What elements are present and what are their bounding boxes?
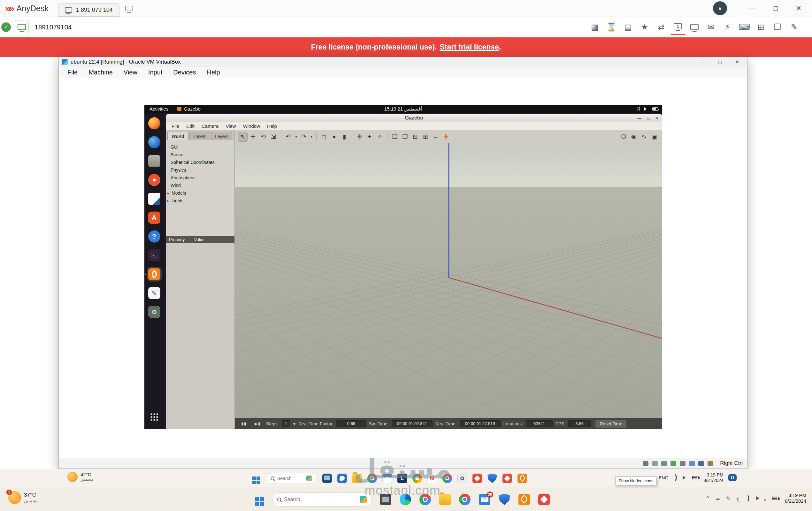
apps-icon[interactable]: ⊞ [754, 19, 768, 35]
vbox-close-button[interactable]: ✕ [729, 57, 746, 67]
scale-tool[interactable]: ⇲ [269, 132, 278, 142]
anydesk-taskbar-icon[interactable] [472, 474, 482, 483]
gazebo-titlebar[interactable]: Gazebo — □ ✕ [166, 114, 662, 122]
onedrive-cloud-icon[interactable]: ☁ [715, 495, 720, 502]
paste-tool[interactable]: ❐ [400, 132, 410, 142]
optical-disc-icon[interactable] [652, 461, 658, 466]
dock-item-libreoffice-writer[interactable] [147, 192, 162, 206]
gz-minimize-button[interactable]: — [637, 116, 641, 120]
gz-close-button[interactable]: ✕ [656, 116, 659, 120]
pause-button[interactable]: ▮▮ [239, 422, 250, 426]
connection-settings-icon[interactable]: ▤ [621, 19, 635, 35]
app-grid-button[interactable] [147, 410, 162, 424]
undo-button[interactable]: ↶ [284, 132, 293, 142]
directional-light-tool[interactable]: ☀ [354, 132, 364, 142]
remote-address[interactable]: 1891079104 [34, 23, 72, 31]
network-adapter-icon[interactable] [670, 461, 676, 466]
tree-item-wind[interactable]: Wind [166, 181, 234, 189]
gz-menu-help[interactable]: Help [264, 123, 281, 129]
vbox-menu-help[interactable]: Help [201, 69, 225, 76]
dock-item-help[interactable]: ? [147, 229, 162, 244]
copy-tool[interactable]: ❏ [390, 132, 400, 142]
host-mail-icon[interactable]: 36 [479, 494, 490, 505]
maximize-button[interactable]: □ [765, 0, 786, 17]
steps-caret-icon[interactable]: ▾ [293, 421, 295, 426]
gz-menu-file[interactable]: File [168, 123, 183, 129]
host-speaker-icon[interactable] [756, 496, 761, 500]
session-tab[interactable]: 1 891 079 104 [58, 3, 119, 17]
translate-tool[interactable]: ✛ [248, 132, 258, 142]
camera-icon[interactable] [458, 474, 467, 483]
calendar-icon[interactable] [382, 474, 392, 483]
plot-tool[interactable]: ∿ [639, 132, 649, 142]
virtualbox-titlebar[interactable]: ubuntu 22.4 [Running] - Oracle VM Virtua… [59, 57, 747, 67]
keyboard-icon[interactable]: ⌨ [737, 19, 751, 35]
dock-item-gazebo[interactable] [147, 267, 162, 282]
property-table-body[interactable] [166, 243, 234, 429]
start-trial-link[interactable]: Start trial license [439, 43, 499, 52]
recording-icon[interactable] [707, 461, 713, 466]
host-folder-icon[interactable] [439, 494, 451, 505]
activities-button[interactable]: Activities [144, 105, 173, 113]
dock-item-terminal[interactable]: >_ [147, 248, 162, 263]
host-chrome-icon-2[interactable] [459, 494, 470, 505]
host-language-indicator[interactable]: ع [736, 495, 740, 502]
tree-item-physics[interactable]: Physics [166, 166, 234, 174]
tree-item-models[interactable]: ▸Models [166, 189, 234, 197]
align-tool[interactable]: ⊟ [410, 132, 420, 142]
host-wifi-icon[interactable] [745, 495, 751, 502]
gz-menu-edit[interactable]: Edit [183, 123, 198, 129]
display-icon[interactable] [688, 19, 701, 35]
vbox-menu-view[interactable]: View [118, 69, 143, 76]
insert-cylinder-tool[interactable]: ▮ [340, 132, 349, 142]
chrome-icon-2[interactable] [442, 474, 452, 483]
whiteboard-icon[interactable]: ✎ [787, 19, 801, 35]
remote-search-box[interactable] [266, 473, 317, 484]
tree-item-gui[interactable]: GUI [166, 143, 234, 151]
gz-maximize-button[interactable]: □ [647, 116, 650, 120]
panel-tool[interactable]: ▣ [649, 132, 659, 142]
hdd-icon[interactable] [643, 461, 648, 466]
libreoffice-icon[interactable]: L [397, 474, 407, 483]
close-button[interactable]: ✕ [788, 0, 809, 17]
notification-badge[interactable]: 11 [728, 474, 736, 481]
dock-item-files[interactable] [147, 154, 162, 168]
photos-icon[interactable] [412, 474, 422, 483]
dock-item-thunderbird[interactable] [147, 135, 162, 149]
tree-item-lights[interactable]: ▸Lights [166, 197, 234, 204]
hidden-icons-chevron[interactable]: ^ [706, 495, 709, 501]
point-light-tool[interactable]: ✧ [375, 132, 385, 142]
chat-icon[interactable]: ✉ [704, 19, 718, 35]
fullscreen-icon[interactable]: ❒ [771, 19, 785, 35]
screenshot-tool[interactable]: ❍ [619, 132, 628, 142]
topbar-clock[interactable]: أغسطس 21 15:19 [384, 105, 422, 113]
remote-start-button[interactable] [252, 477, 256, 480]
display-1-icon[interactable]: 1 [671, 19, 685, 35]
wifi-icon[interactable] [672, 474, 679, 481]
session-thumbnail[interactable] [15, 20, 29, 34]
host-file-explorer-icon[interactable] [380, 494, 391, 505]
dock-item-ubuntu-software[interactable]: A [147, 210, 162, 225]
gz-menu-window[interactable]: Window [239, 123, 264, 129]
pen-icon[interactable]: ✎ [726, 495, 730, 502]
chrome-icon[interactable] [367, 474, 377, 483]
monitor-app-icon[interactable] [322, 474, 332, 483]
host-security-shield-icon[interactable] [499, 494, 510, 505]
tree-item-atmosphere[interactable]: Atmosphere [166, 174, 234, 181]
spot-light-tool[interactable]: ✦ [365, 132, 374, 142]
tab-insert[interactable]: Insert [190, 132, 210, 140]
screenshot-icon[interactable]: ▦ [588, 19, 602, 35]
host-clock[interactable]: 3:19 PM 8/21/2024 [785, 492, 806, 504]
snap-tool[interactable]: ⊞ [421, 132, 430, 142]
vbox-maximize-button[interactable]: □ [712, 57, 729, 67]
remote-language-indicator[interactable]: ENG [659, 475, 668, 480]
display-status-icon[interactable] [698, 461, 704, 466]
security-shield-icon[interactable] [488, 474, 497, 483]
dock-item-text-editor[interactable]: ✎ [147, 286, 162, 301]
host-search-input[interactable] [284, 496, 357, 502]
topbar-system-icons[interactable]: ⇵ [636, 106, 662, 112]
measure-tool[interactable]: ↔ [431, 132, 440, 142]
gz-menu-camera[interactable]: Camera [198, 123, 222, 129]
steps-value[interactable]: 1 [282, 420, 290, 427]
actions-icon[interactable]: ⚡ [721, 19, 735, 35]
